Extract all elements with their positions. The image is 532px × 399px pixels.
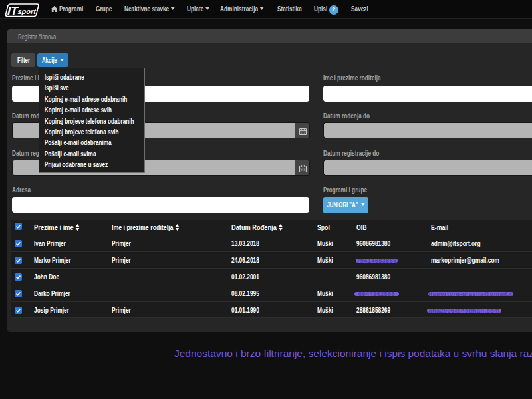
svg-text:sport: sport [17, 8, 37, 16]
